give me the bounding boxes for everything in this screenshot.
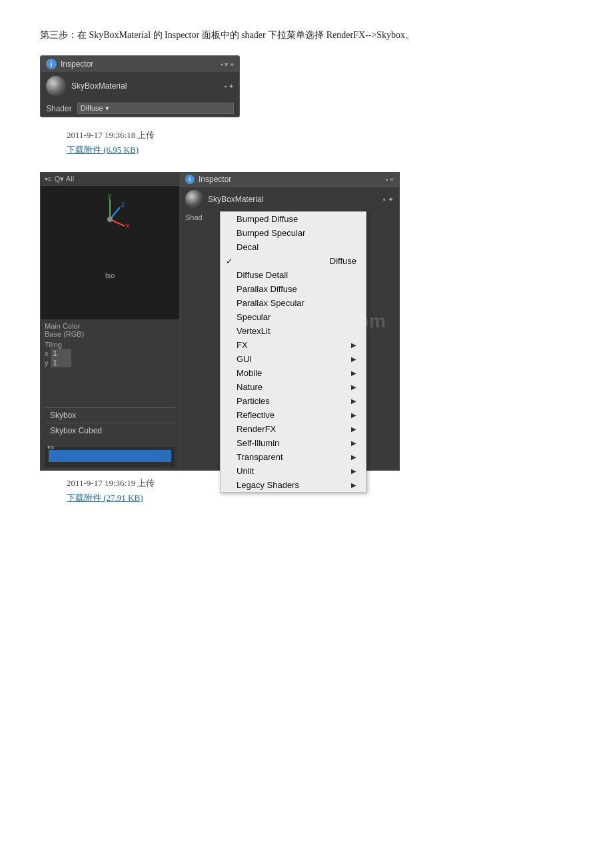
axis-svg: y z x	[83, 193, 137, 246]
download-link-1[interactable]: 下载附件 (6.95 KB)	[67, 144, 573, 156]
dropdown-item-legacy-shaders[interactable]: Legacy Shaders▶	[221, 478, 366, 492]
inspector-title-label: Inspector	[61, 59, 217, 69]
material-sphere-icon	[46, 76, 66, 96]
svg-text:z: z	[121, 201, 125, 208]
iso-label: Iso	[105, 271, 115, 279]
dropdown-item-label: Legacy Shaders	[237, 480, 299, 490]
shader-dropdown-menu: Bumped DiffuseBumped SpecularDecal✓Diffu…	[220, 211, 366, 493]
checkmark-icon: ✓	[226, 257, 233, 266]
inspector-material-row: SkyBoxMaterial ▪ ✦	[180, 187, 399, 212]
material-row: SkyBoxMaterial ▪ ✦	[41, 72, 239, 100]
svg-point-6	[107, 217, 113, 222]
inspector-shader-label: Shad	[185, 213, 203, 221]
bottom-menu-icon: ▾≡	[47, 444, 54, 451]
dropdown-item-unlit[interactable]: Unlit▶	[221, 464, 366, 478]
inspector-mat-info: SkyBoxMaterial	[208, 195, 379, 204]
dropdown-item-transparent[interactable]: Transparent▶	[221, 450, 366, 464]
scene-panel: ▾≡ Q▾ All y z x	[40, 172, 180, 471]
base-rgb-label: Base (RGB)	[45, 330, 84, 338]
inspector-panel-header: i Inspector ▪ ≡	[180, 173, 399, 187]
download-link-2[interactable]: 下载附件 (27.91 KB)	[67, 492, 573, 504]
inspector-mat-name: SkyBoxMaterial	[208, 195, 379, 204]
inspector-header-icons: ▪ ▾ ≡	[221, 61, 234, 68]
dropdown-item-label: Decal	[237, 242, 259, 252]
dropdown-item-label: Self-Illumin	[237, 438, 279, 448]
dropdown-item-specular[interactable]: Specular	[221, 310, 366, 324]
timestamp-1: 2011-9-17 19:36:18 上传	[67, 129, 573, 141]
dropdown-item-bumped-diffuse[interactable]: Bumped Diffuse	[221, 212, 366, 226]
svg-text:x: x	[126, 222, 129, 229]
submenu-arrow-icon: ▶	[351, 467, 356, 475]
y-axis-label: y	[45, 359, 49, 367]
dropdown-item-label: Mobile	[237, 368, 262, 378]
dropdown-item-label: Transparent	[237, 452, 283, 462]
submenu-arrow-icon: ▶	[351, 383, 356, 391]
dropdown-item-label: Diffuse	[330, 256, 356, 266]
intro-text: 第三步：在 SkyBoxMaterial 的 Inspector 面板中的 sh…	[40, 27, 573, 43]
hamburger-icon: ▾≡	[45, 175, 52, 183]
dropdown-item-reflective[interactable]: Reflective▶	[221, 408, 366, 422]
dropdown-item-vertexlit[interactable]: VertexLit	[221, 324, 366, 338]
submenu-arrow-icon: ▶	[351, 397, 356, 405]
svg-text:y: y	[108, 193, 111, 199]
skybox-cubed-item[interactable]: Skybox Cubed	[45, 423, 175, 438]
inspector-header-action-icons: ▪ ≡	[386, 176, 394, 183]
dropdown-item-mobile[interactable]: Mobile▶	[221, 366, 366, 380]
material-action-icons: ▪ ✦	[225, 83, 234, 90]
dropdown-item-label: Specular	[237, 312, 271, 322]
dropdown-item-decal[interactable]: Decal	[221, 240, 366, 254]
dropdown-item-label: Bumped Diffuse	[237, 214, 298, 224]
submenu-arrow-icon: ▶	[351, 453, 356, 461]
skybox-item[interactable]: Skybox	[45, 407, 175, 423]
dropdown-item-gui[interactable]: GUI▶	[221, 352, 366, 366]
submenu-arrow-icon: ▶	[351, 411, 356, 419]
dropdown-item-renderfx[interactable]: RenderFX▶	[221, 422, 366, 436]
dropdown-item-label: Reflective	[237, 410, 275, 420]
x-value-input[interactable]	[51, 349, 71, 358]
x-axis-label: x	[45, 349, 49, 357]
scene-panel-title: Q▾ All	[55, 175, 74, 183]
dropdown-item-self-illumin[interactable]: Self-Illumin▶	[221, 436, 366, 450]
dropdown-item-parallax-specular[interactable]: Parallax Specular	[221, 296, 366, 310]
dropdown-item-label: Unlit	[237, 466, 254, 476]
dropdown-item-bumped-specular[interactable]: Bumped Specular	[221, 226, 366, 240]
material-name: SkyBoxMaterial	[71, 81, 219, 91]
submenu-arrow-icon: ▶	[351, 341, 356, 349]
scene-3d-view: y z x Iso	[41, 186, 179, 319]
dropdown-item-label: Nature	[237, 382, 263, 392]
dropdown-item-nature[interactable]: Nature▶	[221, 380, 366, 394]
dropdown-item-label: GUI	[237, 354, 252, 364]
dropdown-item-label: Parallax Diffuse	[237, 284, 297, 294]
scene-panel-lower: Main Color Base (RGB) Tiling x y	[41, 319, 179, 470]
inspector-info-icon: i	[185, 175, 195, 184]
tiling-label: Tiling	[45, 341, 62, 349]
inspector-mat-icons: ▪ ✦	[383, 195, 394, 204]
dropdown-item-label: FX	[237, 340, 248, 350]
dropdown-item-diffuse[interactable]: ✓Diffuse	[221, 254, 366, 268]
submenu-arrow-icon: ▶	[351, 439, 356, 447]
large-screenshot: ▾≡ Q▾ All y z x	[40, 172, 400, 471]
submenu-arrow-icon: ▶	[351, 425, 356, 433]
dropdown-item-label: Bumped Specular	[237, 228, 305, 238]
blue-progress-bar	[49, 450, 171, 462]
dropdown-item-fx[interactable]: FX▶	[221, 338, 366, 352]
shader-row: Shader Diffuse ▾	[41, 100, 239, 117]
dropdown-item-label: Parallax Specular	[237, 298, 305, 308]
dropdown-item-label: RenderFX	[237, 424, 276, 434]
dropdown-item-particles[interactable]: Particles▶	[221, 394, 366, 408]
dropdown-item-label: VertexLit	[237, 326, 271, 336]
axis-widget: y z x	[83, 193, 137, 248]
shader-label: Shader	[46, 104, 72, 113]
shader-value: Diffuse	[81, 104, 103, 112]
main-color-label: Main Color	[45, 322, 80, 330]
dropdown-item-label: Particles	[237, 396, 270, 406]
dropdown-item-parallax-diffuse[interactable]: Parallax Diffuse	[221, 282, 366, 296]
inspector-panel-title: Inspector	[199, 175, 382, 184]
dropdown-item-diffuse-detail[interactable]: Diffuse Detail	[221, 268, 366, 282]
shader-select[interactable]: Diffuse ▾	[77, 103, 234, 114]
y-value-input[interactable]	[51, 358, 71, 367]
scene-panel-header: ▾≡ Q▾ All	[41, 173, 179, 186]
inspector-small-screenshot: i Inspector ▪ ▾ ≡ SkyBoxMaterial ▪ ✦ Sha…	[40, 55, 240, 117]
inspector-title-bar: i Inspector ▪ ▾ ≡	[41, 56, 239, 72]
info-icon: i	[46, 59, 57, 69]
